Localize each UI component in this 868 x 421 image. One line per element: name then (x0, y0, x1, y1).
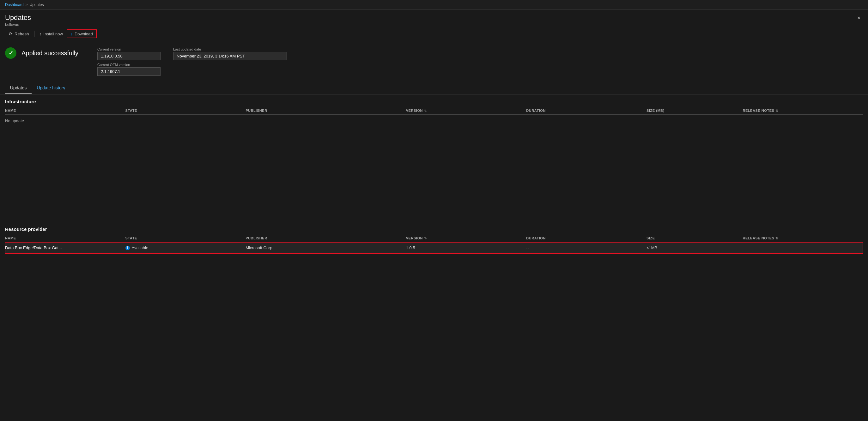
page-title: Updates (5, 13, 31, 22)
th-infra-version[interactable]: VERSION ⇅ (406, 109, 526, 112)
th-infra-name[interactable]: NAME (5, 109, 125, 112)
rp-row-publisher: Microsoft Corp. (246, 246, 406, 250)
resource-provider-title: Resource provider (5, 222, 863, 234)
status-section: ✓ Applied successfully Current version 1… (0, 41, 868, 82)
last-updated-label: Last updated date (173, 47, 287, 51)
th-infra-size[interactable]: SIZE (MB) (647, 109, 743, 112)
resource-provider-section: Resource provider NAME STATE PUBLISHER V… (5, 222, 863, 254)
th-rp-duration[interactable]: DURATION (526, 236, 647, 240)
main-content: Infrastructure NAME STATE PUBLISHER VERS… (0, 94, 868, 254)
rp-row-name: Data Box Edge/Data Box Gat... (5, 246, 125, 250)
status-left: ✓ Applied successfully (5, 47, 79, 59)
th-rp-state[interactable]: STATE (125, 236, 246, 240)
last-updated-value: November 23, 2019, 3:14:16 AM PST (173, 52, 287, 60)
checkmark-icon: ✓ (8, 50, 13, 57)
infrastructure-title: Infrastructure (5, 94, 863, 107)
refresh-icon: ⟳ (9, 31, 13, 36)
rp-release-sort-icon: ⇅ (775, 236, 778, 240)
available-icon: i (125, 246, 130, 250)
current-version-label: Current version (97, 47, 160, 51)
download-icon: ↓ (70, 31, 73, 36)
breadcrumb-separator: > (26, 3, 28, 7)
date-fields: Last updated date November 23, 2019, 3:1… (173, 47, 287, 76)
th-rp-version[interactable]: VERSION ⇅ (406, 236, 526, 240)
tab-update-history[interactable]: Update history (32, 82, 70, 94)
toolbar: ⟳ Refresh ↑ Install now ↓ Download (0, 27, 868, 41)
th-infra-state[interactable]: STATE (125, 109, 246, 112)
oem-version-value: 2.1.1907.1 (97, 67, 160, 76)
oem-version-label: Current OEM version (97, 63, 160, 67)
install-button[interactable]: ↑ Install now (36, 29, 67, 38)
status-icon: ✓ (5, 47, 17, 59)
toolbar-divider (34, 31, 34, 37)
release-sort-icon: ⇅ (775, 109, 778, 112)
install-icon: ↑ (39, 31, 42, 36)
rp-version-sort-icon: ⇅ (424, 236, 427, 240)
breadcrumb-parent[interactable]: Dashboard (5, 3, 24, 7)
th-infra-publisher[interactable]: PUBLISHER (246, 109, 406, 112)
th-rp-publisher[interactable]: PUBLISHER (246, 236, 406, 240)
th-rp-release[interactable]: RELEASE NOTES ⇅ (743, 236, 863, 240)
th-rp-size[interactable]: SIZE (647, 236, 743, 240)
download-label: Download (74, 32, 93, 36)
breadcrumb-current: Updates (30, 3, 44, 7)
last-updated-group: Last updated date November 23, 2019, 3:1… (173, 47, 287, 60)
refresh-label: Refresh (14, 32, 29, 36)
rp-row-duration: -- (526, 246, 647, 250)
rp-row-size: <1MB (647, 246, 743, 250)
install-label: Install now (43, 32, 63, 36)
status-text: Applied successfully (22, 50, 79, 57)
version-fields: Current version 1.1910.0.58 Current OEM … (97, 47, 160, 76)
rp-row-state-text: Available (132, 246, 149, 250)
refresh-button[interactable]: ⟳ Refresh (5, 29, 33, 38)
download-button[interactable]: ↓ Download (67, 29, 97, 38)
breadcrumb: Dashboard > Updates (0, 0, 868, 10)
th-infra-release[interactable]: RELEASE NOTES ⇅ (743, 109, 863, 112)
empty-space (5, 127, 863, 216)
oem-version-group: Current OEM version 2.1.1907.1 (97, 63, 160, 76)
page-header: Updates bellevue × (0, 10, 868, 27)
tab-updates[interactable]: Updates (5, 82, 32, 94)
current-version-value: 1.1910.0.58 (97, 52, 160, 60)
resource-provider-row[interactable]: Data Box Edge/Data Box Gat... i Availabl… (5, 242, 863, 254)
current-version-group: Current version 1.1910.0.58 (97, 47, 160, 60)
page-subtitle: bellevue (5, 23, 31, 27)
rp-row-state: i Available (125, 246, 246, 250)
resource-table-header: NAME STATE PUBLISHER VERSION ⇅ DURATION … (5, 234, 863, 242)
th-rp-name[interactable]: NAME (5, 236, 125, 240)
th-infra-duration[interactable]: DURATION (526, 109, 647, 112)
close-button[interactable]: × (855, 13, 863, 23)
tabs-container: Updates Update history (0, 82, 868, 94)
rp-row-version: 1.0.5 (406, 246, 526, 250)
header-left: Updates bellevue (5, 13, 31, 27)
version-sort-icon: ⇅ (424, 109, 427, 112)
status-fields-row: Current version 1.1910.0.58 Current OEM … (97, 47, 287, 76)
infrastructure-empty-message: No update (5, 115, 863, 127)
infrastructure-table-header: NAME STATE PUBLISHER VERSION ⇅ DURATION … (5, 107, 863, 115)
infrastructure-section: Infrastructure NAME STATE PUBLISHER VERS… (5, 94, 863, 127)
